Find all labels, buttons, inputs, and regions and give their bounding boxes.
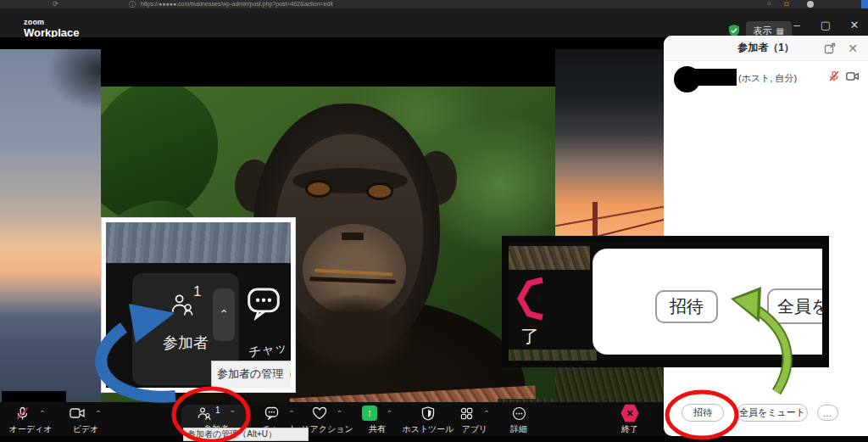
bridge-cable (551, 205, 668, 227)
audio-chevron[interactable]: ⌃ (39, 410, 46, 417)
participant-video-icon (846, 71, 860, 81)
bottom-strip (0, 436, 868, 442)
apps-label: アプリ (462, 423, 488, 435)
camera-icon (70, 407, 86, 419)
toolbar-share-button[interactable]: ↑ ⌃ 共有 (352, 405, 403, 435)
host-tools-shield-icon (421, 406, 435, 421)
inset-end-hexagon-partial (517, 277, 546, 321)
redaction-box (2, 391, 66, 403)
toolbar-audio-button[interactable]: ⌃ オーディオ (6, 405, 55, 435)
layout-grid-icon: ▦ (776, 26, 784, 36)
participant-name-redacted (693, 69, 737, 86)
panel-more-button[interactable]: … (817, 405, 838, 421)
logo-zoom: zoom (24, 19, 80, 26)
zoom-workplace-logo: zoom Workplace (24, 19, 80, 38)
reactions-chevron[interactable]: ⌃ (337, 410, 343, 417)
browser-corner-accent (861, 0, 868, 8)
participants-tooltip: 参加者の管理（Alt+U） (183, 428, 309, 441)
participants-panel-title: 参加者（1） (664, 41, 868, 55)
chimp-eye (308, 182, 330, 195)
apps-icon (459, 406, 474, 421)
inset-invite-zoom: 了 招待 全員をミュート (502, 236, 829, 367)
reload-icon[interactable]: ⟳ (53, 0, 58, 8)
inset-participants-zoom: 1 ⌃ 参加者 チャット 参加者の管理（Alt+U） (102, 218, 295, 392)
video-chevron[interactable]: ⌃ (95, 410, 102, 417)
video-label: ビデオ (73, 423, 99, 435)
invite-button[interactable]: 招待 (682, 404, 724, 422)
inset-count-badge: 1 (193, 283, 201, 300)
inset-photo-strip (509, 246, 590, 270)
inset-invite-button: 招待 (655, 290, 718, 323)
host-tools-label: ホストツール (402, 423, 453, 435)
participants-panel-header: 参加者（1） ✕ (664, 36, 868, 61)
audio-label: オーディオ (9, 423, 53, 435)
share-label: 共有 (369, 423, 386, 435)
participant-meta: (ホスト, 自分) (738, 72, 797, 85)
chat-chevron[interactable]: ⌃ (288, 410, 295, 417)
sunset-background-left (0, 49, 101, 402)
browser-avatar[interactable] (807, 1, 814, 8)
reactions-label: リアクション (301, 423, 353, 435)
inset-participants-icon (170, 287, 195, 322)
inset-panel-white: 招待 全員をミュート (593, 249, 822, 354)
participants-count-badge: 1 (215, 406, 220, 415)
participant-row[interactable]: (ホスト, 自分) (664, 63, 868, 97)
end-label: 終了 (621, 423, 638, 435)
chimp-nostrils (342, 232, 364, 240)
inset-chat-icon (246, 283, 281, 322)
site-info-icon[interactable]: ⓘ (129, 0, 136, 8)
popout-icon[interactable] (824, 42, 836, 54)
participants-icon (197, 406, 212, 421)
inset-participants-label: 参加者 (132, 333, 239, 353)
inset-end-label-partial: 了 (520, 324, 539, 350)
chimp-eye (369, 185, 391, 198)
share-screen-icon: ↑ (362, 406, 377, 421)
inset-tooltip: 参加者の管理（Alt+U） (211, 361, 291, 388)
apps-chevron[interactable]: ⌃ (483, 410, 490, 417)
zoom-workplace-window: ⟳ ⓘ https://●●●●●.com/businesses/wp-admi… (0, 0, 868, 442)
close-button[interactable]: ✕ (846, 19, 863, 31)
panel-close-icon[interactable]: ✕ (848, 42, 858, 55)
toolbar-video-button[interactable]: ⌃ ビデオ (61, 405, 110, 435)
chimp-beard (294, 295, 415, 373)
browser-address-bar: ⟳ ⓘ https://●●●●●.com/businesses/wp-admi… (0, 0, 868, 8)
more-label: 詳細 (510, 423, 527, 435)
toolbar-end-button[interactable]: ✕ 終了 (604, 405, 655, 435)
inset-photo-strip (509, 350, 597, 361)
inset-photo-strip (106, 222, 291, 263)
end-call-icon: ✕ (620, 404, 639, 422)
mic-off-icon (15, 406, 30, 421)
toolbar-apps-button[interactable]: ⌃ アプリ (449, 405, 500, 435)
heart-icon (312, 406, 327, 420)
inset-chat-label: チャット (248, 338, 291, 361)
maximize-button[interactable]: ▢ (817, 19, 834, 31)
toolbar-more-button[interactable]: 詳細 (493, 405, 544, 435)
extension-icon[interactable]: ⌗ (767, 0, 771, 8)
share-chevron[interactable]: ⌃ (387, 410, 393, 417)
url-text: https://●●●●●.com/businesses/wp-admin/po… (141, 1, 333, 7)
participants-chevron[interactable]: ⌃ (230, 410, 236, 417)
more-icon (512, 406, 526, 421)
chat-icon (264, 406, 279, 420)
mute-all-button[interactable]: 全員をミュート (737, 404, 808, 422)
inset-mute-all-button-partial: 全員をミュート (767, 288, 822, 324)
minimize-button[interactable]: – (788, 19, 805, 31)
participant-mic-off-icon (828, 70, 840, 82)
participants-panel-footer: 招待 全員をミュート … (664, 404, 868, 429)
zoom-titlebar: zoom Workplace 表示 ▦ – ▢ ✕ (0, 8, 868, 37)
